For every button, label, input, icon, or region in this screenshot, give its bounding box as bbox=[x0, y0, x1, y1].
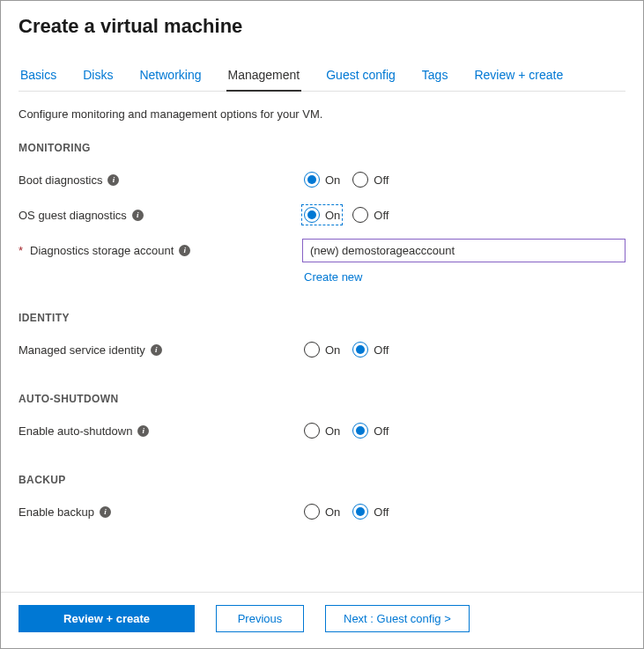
auto-shutdown-label: Enable auto-shutdown bbox=[19, 424, 132, 438]
row-backup: Enable backup i On Off bbox=[19, 497, 625, 527]
radio-icon bbox=[304, 504, 320, 520]
tab-guest-config[interactable]: Guest config bbox=[324, 63, 397, 91]
radio-on-label: On bbox=[325, 173, 340, 187]
review-create-button[interactable]: Review + create bbox=[19, 605, 195, 632]
radio-off-label: Off bbox=[374, 424, 389, 438]
managed-identity-on[interactable]: On bbox=[302, 340, 342, 359]
radio-icon bbox=[352, 207, 368, 223]
radio-icon bbox=[352, 342, 368, 358]
tabs: Basics Disks Networking Management Guest… bbox=[19, 63, 625, 92]
info-icon[interactable]: i bbox=[179, 245, 190, 256]
row-auto-shutdown: Enable auto-shutdown i On Off bbox=[19, 416, 625, 446]
radio-icon bbox=[304, 172, 320, 188]
radio-icon bbox=[352, 172, 368, 188]
info-icon[interactable]: i bbox=[151, 344, 162, 356]
boot-diagnostics-off[interactable]: Off bbox=[351, 170, 390, 189]
tab-tags[interactable]: Tags bbox=[420, 63, 450, 91]
info-icon[interactable]: i bbox=[100, 506, 111, 518]
auto-shutdown-on[interactable]: On bbox=[302, 421, 342, 440]
row-os-guest-diagnostics: OS guest diagnostics i On Off bbox=[19, 200, 625, 230]
radio-on-label: On bbox=[325, 209, 340, 222]
radio-icon bbox=[352, 423, 368, 439]
radio-on-label: On bbox=[325, 505, 340, 519]
radio-off-label: Off bbox=[374, 209, 389, 222]
section-monitoring-heading: MONITORING bbox=[19, 142, 625, 154]
backup-label: Enable backup bbox=[19, 505, 94, 519]
info-icon[interactable]: i bbox=[137, 425, 149, 437]
info-icon[interactable]: i bbox=[107, 174, 119, 186]
boot-diagnostics-label: Boot diagnostics bbox=[19, 173, 102, 187]
create-new-link[interactable]: Create new bbox=[304, 270, 625, 284]
os-guest-diagnostics-label: OS guest diagnostics bbox=[19, 209, 127, 222]
os-guest-diagnostics-off[interactable]: Off bbox=[351, 205, 390, 225]
page-title: Create a virtual machine bbox=[19, 15, 625, 38]
os-guest-diagnostics-on[interactable]: On bbox=[302, 205, 342, 225]
radio-icon bbox=[304, 342, 320, 358]
radio-off-label: Off bbox=[374, 343, 389, 357]
required-indicator: * bbox=[19, 244, 23, 257]
tab-basics[interactable]: Basics bbox=[19, 63, 58, 91]
auto-shutdown-off[interactable]: Off bbox=[351, 421, 390, 440]
radio-on-label: On bbox=[325, 343, 340, 357]
storage-account-select[interactable]: (new) demostorageacccount bbox=[302, 239, 625, 262]
info-icon[interactable]: i bbox=[132, 210, 144, 221]
backup-off[interactable]: Off bbox=[351, 502, 390, 521]
boot-diagnostics-on[interactable]: On bbox=[302, 170, 342, 189]
section-identity-heading: IDENTITY bbox=[19, 312, 625, 324]
radio-on-label: On bbox=[325, 424, 340, 438]
next-button[interactable]: Next : Guest config > bbox=[325, 605, 470, 632]
backup-on[interactable]: On bbox=[302, 502, 342, 521]
tab-networking[interactable]: Networking bbox=[137, 63, 203, 91]
tab-management[interactable]: Management bbox=[226, 63, 302, 91]
tab-disks[interactable]: Disks bbox=[81, 63, 115, 91]
row-storage-account: * Diagnostics storage account i (new) de… bbox=[19, 235, 625, 265]
create-vm-page: Create a virtual machine Basics Disks Ne… bbox=[0, 0, 644, 649]
section-backup-heading: BACKUP bbox=[19, 474, 625, 486]
previous-button[interactable]: Previous bbox=[216, 605, 304, 632]
section-autoshutdown-heading: AUTO-SHUTDOWN bbox=[19, 393, 625, 405]
row-boot-diagnostics: Boot diagnostics i On Off bbox=[19, 165, 625, 195]
row-managed-identity: Managed service identity i On Off bbox=[19, 335, 625, 365]
radio-icon bbox=[304, 207, 320, 223]
footer: Review + create Previous Next : Guest co… bbox=[1, 592, 643, 648]
managed-identity-off[interactable]: Off bbox=[351, 340, 390, 359]
radio-icon bbox=[304, 423, 320, 439]
radio-off-label: Off bbox=[374, 173, 389, 187]
tab-review-create[interactable]: Review + create bbox=[472, 63, 565, 91]
radio-icon bbox=[352, 504, 368, 520]
storage-account-label: Diagnostics storage account bbox=[30, 244, 174, 257]
radio-off-label: Off bbox=[374, 505, 389, 519]
managed-identity-label: Managed service identity bbox=[19, 343, 145, 357]
intro-text: Configure monitoring and management opti… bbox=[19, 107, 625, 121]
